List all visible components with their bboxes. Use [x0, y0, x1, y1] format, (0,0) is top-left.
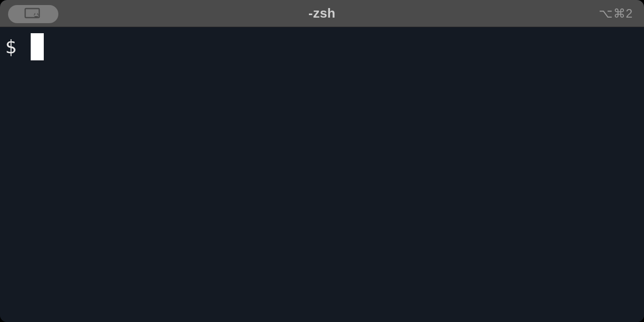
text-cursor — [31, 33, 44, 60]
titlebar: -zsh ⌥⌘2 — [0, 0, 644, 27]
shell-prompt: $ — [5, 37, 17, 56]
terminal-window: -zsh ⌥⌘2 $ — [0, 0, 644, 322]
tab-profile-icon — [24, 8, 42, 21]
shortcut-hint: ⌥⌘2 — [599, 0, 633, 27]
window-title: -zsh — [0, 6, 644, 21]
tab-pill-button[interactable] — [8, 5, 58, 23]
terminal-body[interactable]: $ — [0, 27, 644, 322]
prompt-line: $ — [5, 33, 44, 60]
